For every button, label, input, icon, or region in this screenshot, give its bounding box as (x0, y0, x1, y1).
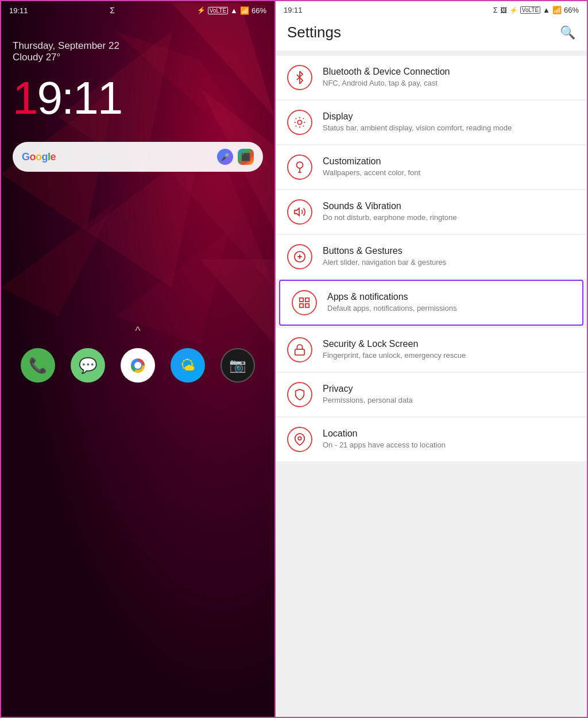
camera-icon: 📷 (220, 348, 255, 383)
status-bar-right: 19:11 Σ 🖼 ⚡ VoLTE ▲ 📶 66% (276, 1, 587, 17)
svg-point-18 (297, 120, 301, 124)
bluetooth-settings-icon (287, 65, 312, 90)
settings-item-bluetooth[interactable]: Bluetooth & Device Connection NFC, Andro… (276, 56, 587, 99)
messages-icon: 💬 (71, 348, 105, 383)
date-weather-widget: Thursday, September 22 Cloudy 27° (1, 17, 274, 69)
security-title: Security & Lock Screen (323, 339, 575, 349)
search-settings-button[interactable]: 🔍 (560, 25, 575, 40)
settings-item-apps[interactable]: Apps & notifications Default apps, notif… (279, 280, 583, 326)
apps-setting-text: Apps & notifications Default apps, notif… (327, 292, 571, 314)
status-time-right: 19:11 (284, 6, 303, 14)
status-icons-left: ⚡ VoLTE ▲ 📶 66% (197, 6, 266, 15)
apps-subtitle: Default apps, notifications, permissions (327, 304, 571, 314)
security-settings-icon (287, 337, 312, 362)
wifi-icon: ▲ (230, 6, 238, 15)
security-setting-text: Security & Lock Screen Fingerprint, face… (323, 339, 575, 361)
settings-item-buttons[interactable]: Buttons & Gestures Alert slider, navigat… (276, 235, 587, 279)
svg-point-19 (297, 162, 303, 168)
display-title: Display (323, 111, 575, 122)
settings-title: Settings (287, 24, 341, 41)
settings-item-privacy[interactable]: Privacy Permissions, personal data (276, 373, 587, 416)
battery-icon: 66% (252, 6, 266, 15)
location-title: Location (323, 429, 575, 439)
privacy-setting-text: Privacy Permissions, personal data (323, 384, 575, 406)
privacy-title: Privacy (323, 384, 575, 394)
status-bar-left: 19:11 Σ ⚡ VoLTE ▲ 📶 66% (1, 1, 274, 17)
buttons-setting-text: Buttons & Gestures Alert slider, navigat… (323, 246, 575, 268)
bluetooth-right-icon: ⚡ (509, 6, 518, 14)
customization-settings-icon (287, 155, 312, 180)
settings-header: Settings 🔍 (276, 17, 587, 51)
apps-title: Apps & notifications (327, 292, 571, 302)
sumup-icon-right: Σ (493, 6, 498, 14)
buttons-title: Buttons & Gestures (323, 246, 575, 256)
swipe-up-indicator: ^ (1, 320, 274, 342)
phone-icon: 📞 (21, 348, 55, 383)
dock-camera[interactable]: 📷 (215, 348, 261, 383)
signal-icon: 📶 (240, 6, 249, 15)
settings-item-customization[interactable]: Customization Wallpapers, accent color, … (276, 145, 587, 189)
svg-marker-20 (295, 209, 299, 216)
svg-rect-22 (300, 298, 303, 302)
battery-right-icon: 66% (564, 6, 579, 14)
right-panel: 19:11 Σ 🖼 ⚡ VoLTE ▲ 📶 66% Settings 🔍 Blu… (276, 0, 588, 718)
weather-text: Cloudy 27° (13, 52, 263, 63)
gallery-icon-right: 🖼 (500, 6, 507, 14)
display-subtitle: Status bar, ambient display, vision comf… (323, 123, 575, 133)
display-settings-icon (287, 110, 312, 135)
sounds-subtitle: Do not disturb, earphone mode, ringtone (323, 213, 575, 223)
svg-point-27 (298, 437, 301, 440)
wifi-right-icon: ▲ (543, 6, 550, 14)
volte-icon: VoLTE (208, 7, 228, 14)
sounds-title: Sounds & Vibration (323, 201, 575, 211)
bottom-dock: 📞 💬 🌤 (1, 342, 274, 394)
privacy-subtitle: Permissions, personal data (323, 396, 575, 406)
voice-search-button[interactable]: 🎤 (217, 149, 233, 165)
svg-rect-24 (300, 304, 303, 307)
svg-marker-7 (1, 202, 115, 316)
bluetooth-icon: ⚡ (197, 6, 206, 14)
svg-rect-25 (305, 304, 309, 307)
dock-messages[interactable]: 💬 (65, 348, 111, 383)
settings-item-sounds[interactable]: Sounds & Vibration Do not disturb, earph… (276, 190, 587, 234)
clock-digit-1: 1 (13, 72, 37, 123)
dock-chrome[interactable] (115, 348, 161, 383)
privacy-settings-icon (287, 382, 312, 407)
buttons-settings-icon (287, 244, 312, 269)
customization-setting-text: Customization Wallpapers, accent color, … (323, 156, 575, 178)
svg-point-17 (134, 362, 141, 369)
location-subtitle: On - 21 apps have access to location (323, 441, 575, 450)
customization-title: Customization (323, 156, 575, 167)
sounds-setting-text: Sounds & Vibration Do not disturb, earph… (323, 201, 575, 223)
buttons-subtitle: Alert slider, navigation bar & gestures (323, 258, 575, 268)
volte-right-icon: VoLTE (520, 6, 540, 14)
bluetooth-setting-text: Bluetooth & Device Connection NFC, Andro… (323, 67, 575, 88)
sounds-settings-icon (287, 199, 312, 225)
location-settings-icon (287, 427, 312, 452)
status-icon-sumup: Σ (110, 6, 115, 15)
clock-rest: 9:11 (37, 72, 122, 123)
weather-icon: 🌤 (171, 348, 205, 383)
svg-rect-26 (295, 349, 305, 355)
chrome-icon (121, 348, 155, 383)
settings-item-security[interactable]: Security & Lock Screen Fingerprint, face… (276, 328, 587, 372)
bluetooth-title: Bluetooth & Device Connection (323, 67, 575, 77)
security-subtitle: Fingerprint, face unlock, emergency resc… (323, 351, 575, 361)
lens-search-button[interactable]: ⬛ (238, 149, 254, 165)
location-setting-text: Location On - 21 apps have access to loc… (323, 429, 575, 450)
bluetooth-subtitle: NFC, Android Auto, tap & pay, cast (323, 79, 575, 88)
home-clock: 19:11 (1, 69, 274, 142)
settings-list: Bluetooth & Device Connection NFC, Andro… (276, 51, 587, 717)
settings-item-location[interactable]: Location On - 21 apps have access to loc… (276, 418, 587, 461)
settings-item-display[interactable]: Display Status bar, ambient display, vis… (276, 101, 587, 144)
display-setting-text: Display Status bar, ambient display, vis… (323, 111, 575, 133)
svg-rect-23 (305, 298, 309, 302)
left-panel: 19:11 Σ ⚡ VoLTE ▲ 📶 66% Thursday, Septem… (0, 0, 276, 718)
dock-weather[interactable]: 🌤 (165, 348, 211, 383)
dock-phone[interactable]: 📞 (15, 348, 61, 383)
status-time-left: 19:11 (9, 6, 28, 15)
date-text: Thursday, September 22 (13, 40, 263, 52)
google-search-bar[interactable]: Google 🎤 ⬛ (13, 142, 263, 172)
customization-subtitle: Wallpapers, accent color, font (323, 168, 575, 178)
signal-right-icon: 📶 (552, 6, 562, 14)
